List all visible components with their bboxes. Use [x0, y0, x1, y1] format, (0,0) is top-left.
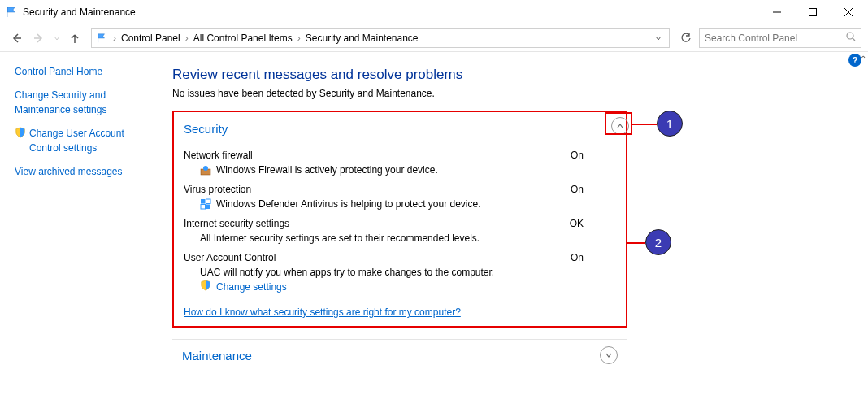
svg-rect-11	[206, 205, 211, 210]
change-settings-link[interactable]: Change settings	[216, 281, 287, 293]
annotation-line	[632, 124, 657, 125]
side-panel: Control Panel Home Change Security and M…	[0, 52, 163, 417]
annotation-line	[627, 242, 645, 244]
flag-icon	[95, 32, 108, 45]
breadcrumb-item[interactable]: Control Panel	[119, 33, 182, 44]
breadcrumb[interactable]: › Control Panel › All Control Panel Item…	[91, 28, 670, 48]
flag-icon	[5, 6, 18, 19]
item-label: User Account Control	[184, 252, 276, 263]
window-title: Security and Maintenance	[23, 7, 759, 18]
annotation-badge-2: 2	[645, 229, 671, 255]
maintenance-section[interactable]: Maintenance	[172, 339, 627, 371]
item-desc: Windows Firewall is actively protecting …	[216, 164, 438, 176]
firewall-icon	[200, 164, 211, 176]
breadcrumb-sep: ›	[296, 33, 302, 44]
item-desc: All Internet security settings are set t…	[200, 232, 480, 244]
annotation-box-1	[605, 112, 632, 135]
item-label: Virus protection	[184, 184, 251, 195]
maintenance-section-title: Maintenance	[182, 349, 252, 363]
item-desc: UAC will notify you when apps try to mak…	[200, 267, 494, 278]
svg-rect-10	[201, 205, 206, 210]
svg-rect-9	[206, 199, 211, 204]
maximize-button[interactable]	[795, 1, 831, 24]
svg-line-5	[853, 38, 855, 41]
svg-rect-8	[201, 199, 206, 204]
page-heading: Review recent messages and resolve probl…	[172, 67, 850, 83]
main-content: Review recent messages and resolve probl…	[163, 52, 868, 417]
item-status: On	[571, 252, 584, 263]
breadcrumb-item[interactable]: All Control Panel Items	[192, 33, 294, 44]
security-help-link[interactable]: How do I know what security settings are…	[184, 306, 461, 318]
recent-dropdown[interactable]	[52, 28, 62, 48]
page-subtext: No issues have been detected by Security…	[172, 88, 850, 99]
breadcrumb-sep: ›	[184, 33, 190, 44]
close-button[interactable]	[831, 1, 866, 24]
search-input[interactable]	[705, 33, 846, 44]
change-uac-settings-link[interactable]: Change User Account Control settings	[29, 127, 154, 155]
breadcrumb-sep: ›	[111, 33, 118, 44]
item-label: Network firewall	[184, 150, 253, 161]
item-status: On	[571, 184, 584, 195]
item-label: Internet security settings	[184, 218, 289, 229]
search-box[interactable]	[699, 28, 861, 48]
back-button[interactable]	[7, 28, 26, 48]
svg-point-7	[203, 166, 208, 171]
breadcrumb-item[interactable]: Security and Maintenance	[304, 33, 420, 44]
change-security-settings-link[interactable]: Change Security and Maintenance settings	[15, 89, 106, 115]
expand-maintenance-button[interactable]	[600, 346, 618, 364]
security-section-title[interactable]: Security	[174, 119, 626, 141]
control-panel-home-link[interactable]: Control Panel Home	[15, 66, 102, 77]
svg-rect-1	[809, 9, 817, 16]
item-status: OK	[570, 218, 584, 229]
annotation-badge-1: 1	[657, 111, 683, 137]
nav-bar: › Control Panel › All Control Panel Item…	[0, 24, 868, 52]
minimize-button[interactable]	[759, 1, 795, 24]
shield-icon	[200, 280, 211, 293]
view-archived-messages-link[interactable]: View archived messages	[15, 166, 123, 177]
up-button[interactable]	[65, 28, 85, 48]
item-status: On	[571, 150, 584, 161]
shield-icon	[15, 127, 26, 142]
refresh-button[interactable]	[676, 28, 696, 48]
security-section: Security Network firewall On Windows Fir…	[172, 111, 627, 328]
forward-button[interactable]	[29, 28, 49, 48]
defender-icon	[200, 198, 211, 210]
svg-point-4	[847, 33, 853, 39]
item-desc: Windows Defender Antivirus is helping to…	[216, 198, 481, 210]
breadcrumb-dropdown[interactable]	[651, 33, 666, 44]
title-bar: Security and Maintenance	[0, 0, 868, 24]
search-icon	[846, 32, 856, 44]
